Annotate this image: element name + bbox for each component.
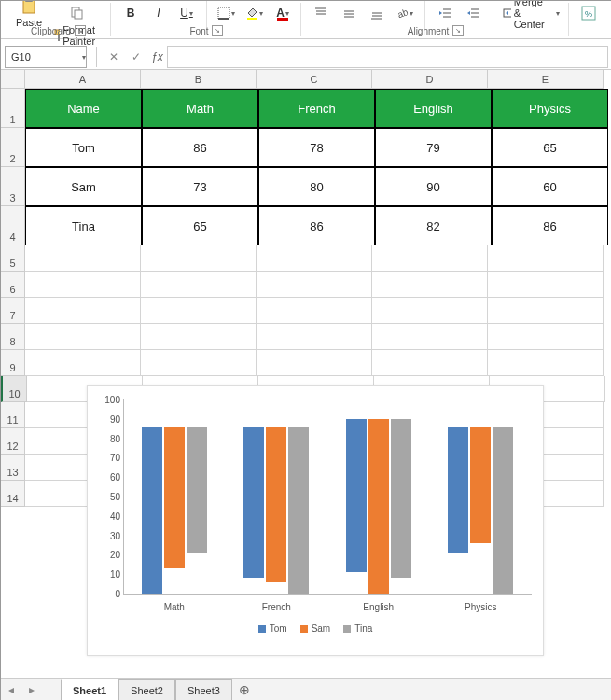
cell[interactable] (372, 298, 488, 324)
cell[interactable] (25, 350, 141, 376)
underline-button[interactable]: U▾ (174, 3, 199, 23)
tab-nav-next[interactable]: ▸ (21, 683, 42, 696)
cell[interactable] (372, 245, 488, 272)
column-header-D[interactable]: D (372, 70, 488, 89)
font-color-button[interactable]: A▾ (271, 3, 295, 23)
cell[interactable]: 73 (142, 167, 258, 206)
cell[interactable] (141, 298, 257, 324)
cell[interactable] (488, 350, 604, 376)
column-header-B[interactable]: B (141, 70, 257, 89)
cell[interactable]: English (375, 89, 492, 128)
cell[interactable] (141, 272, 257, 298)
cell[interactable]: Sam (25, 167, 142, 206)
cell[interactable] (257, 298, 372, 324)
cell[interactable] (257, 324, 372, 350)
cell[interactable]: 86 (142, 128, 258, 167)
bold-button[interactable]: B (118, 3, 143, 23)
clipboard-launcher[interactable]: ↘ (75, 25, 86, 36)
cut-button[interactable] (49, 0, 104, 1)
cell[interactable] (25, 245, 141, 272)
cell[interactable] (488, 298, 604, 324)
cell[interactable] (372, 350, 488, 376)
number-format-button[interactable]: % (576, 3, 601, 23)
formula-bar[interactable] (167, 46, 608, 68)
cell[interactable]: 78 (258, 128, 375, 167)
cell[interactable]: 90 (375, 167, 492, 206)
fx-label[interactable]: ƒx (147, 50, 167, 63)
row-header-12[interactable]: 12 (1, 428, 25, 455)
cell[interactable]: 80 (258, 167, 375, 206)
decrease-indent-button[interactable] (433, 3, 457, 23)
align-middle-button[interactable] (337, 3, 361, 23)
cancel-formula-button[interactable]: ✕ (103, 50, 125, 63)
enter-formula-button[interactable]: ✓ (125, 50, 147, 63)
worksheet[interactable]: ABCDE 1NameMathFrenchEnglishPhysics2Tom8… (1, 70, 611, 507)
cell[interactable]: 65 (142, 206, 258, 245)
ribbon: Paste Format Painter Clipboard↘ (1, 1, 611, 39)
cell[interactable]: Name (25, 89, 142, 128)
cell[interactable]: Tom (25, 128, 142, 167)
cell[interactable] (257, 272, 372, 298)
cell[interactable]: 86 (258, 206, 375, 245)
row-header-4[interactable]: 4 (1, 206, 25, 245)
cell[interactable] (141, 245, 257, 272)
row-header-9[interactable]: 9 (1, 350, 25, 376)
cell[interactable]: 79 (375, 128, 492, 167)
row-header-1[interactable]: 1 (1, 89, 25, 128)
cell[interactable]: Physics (492, 89, 608, 128)
cell[interactable] (488, 272, 604, 298)
cell[interactable] (141, 350, 257, 376)
row-header-11[interactable]: 11 (1, 402, 25, 428)
cell[interactable]: 82 (375, 206, 492, 245)
name-box[interactable]: G10▾ (5, 46, 87, 68)
sheet-tab-sheet2[interactable]: Sheet2 (118, 679, 175, 701)
cell[interactable] (488, 324, 604, 350)
column-header-E[interactable]: E (488, 70, 604, 89)
cell[interactable]: Math (142, 89, 258, 128)
sheet-tab-sheet3[interactable]: Sheet3 (175, 679, 232, 701)
row-header-2[interactable]: 2 (1, 128, 25, 167)
row-header-6[interactable]: 6 (1, 272, 25, 298)
add-sheet-button[interactable]: ⊕ (232, 682, 257, 697)
tab-nav-prev[interactable]: ◂ (1, 683, 21, 696)
row-header-13[interactable]: 13 (1, 455, 25, 481)
chart[interactable]: 0102030405060708090100 MathFrenchEnglish… (87, 385, 544, 656)
cell[interactable] (372, 272, 488, 298)
cell[interactable] (141, 324, 257, 350)
increase-indent-button[interactable] (461, 3, 485, 23)
cell[interactable] (257, 245, 372, 272)
cell[interactable]: Tina (25, 206, 142, 245)
orientation-button[interactable]: ab▾ (393, 3, 417, 23)
cell[interactable]: 60 (492, 167, 608, 206)
font-launcher[interactable]: ↘ (212, 25, 223, 36)
cell[interactable]: 86 (492, 206, 608, 245)
cell[interactable] (372, 324, 488, 350)
row-header-5[interactable]: 5 (1, 245, 25, 272)
row-header-3[interactable]: 3 (1, 167, 25, 206)
row-header-7[interactable]: 7 (1, 298, 25, 324)
cell[interactable]: 65 (492, 128, 608, 167)
align-top-button[interactable] (309, 3, 333, 23)
column-header-C[interactable]: C (257, 70, 372, 89)
row-header-14[interactable]: 14 (1, 481, 25, 507)
column-header-A[interactable]: A (25, 70, 141, 89)
paste-button[interactable]: Paste (12, 0, 46, 28)
merge-center-button[interactable]: Merge & Center▾ (500, 3, 562, 23)
italic-button[interactable]: I (146, 3, 171, 23)
cell[interactable] (25, 272, 141, 298)
sheet-tab-sheet1[interactable]: Sheet1 (61, 679, 118, 701)
select-all-corner[interactable] (1, 70, 25, 89)
copy-button[interactable] (49, 3, 104, 23)
cell[interactable] (25, 298, 141, 324)
align-launcher[interactable]: ↘ (452, 25, 464, 36)
borders-button[interactable]: ▾ (215, 3, 239, 23)
row-header-8[interactable]: 8 (1, 324, 25, 350)
cell[interactable] (488, 245, 604, 272)
fill-color-button[interactable]: ▾ (243, 3, 267, 23)
row-header-10[interactable]: 10 (1, 376, 27, 402)
cell[interactable] (25, 324, 141, 350)
cell[interactable]: French (258, 89, 375, 128)
cell[interactable] (257, 350, 372, 376)
chart-bar (368, 419, 389, 594)
align-bottom-button[interactable] (365, 3, 389, 23)
